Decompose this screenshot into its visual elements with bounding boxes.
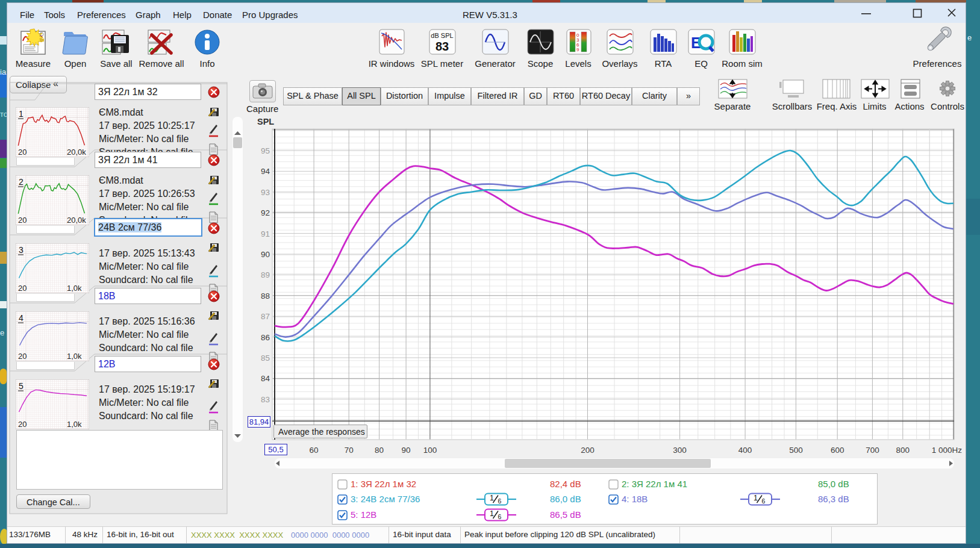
svg-text:91: 91 <box>261 229 270 238</box>
svg-text:83: 83 <box>261 395 270 404</box>
svg-text:95: 95 <box>261 146 270 155</box>
svg-text:600: 600 <box>831 446 844 455</box>
svg-text:85: 85 <box>261 353 270 363</box>
svg-text:1: 1 <box>754 494 758 502</box>
svg-text:89: 89 <box>261 270 270 279</box>
svg-text:86: 86 <box>261 333 270 342</box>
svg-text:90: 90 <box>261 250 270 259</box>
svg-text:400: 400 <box>738 446 752 455</box>
svg-text:92: 92 <box>261 208 270 217</box>
svg-text:80: 80 <box>375 446 384 455</box>
svg-text:50,5: 50,5 <box>268 445 283 454</box>
svg-text:93: 93 <box>261 188 270 197</box>
svg-text:1: 1 <box>490 509 494 518</box>
svg-text:800: 800 <box>896 446 910 455</box>
svg-text:6: 6 <box>762 497 766 505</box>
svg-text:94: 94 <box>261 167 270 176</box>
svg-text:84: 84 <box>261 374 270 383</box>
svg-text:200: 200 <box>581 446 595 455</box>
svg-text:90: 90 <box>402 446 411 455</box>
svg-text:81,94: 81,94 <box>249 417 269 426</box>
svg-text:1: 1 <box>490 494 494 502</box>
svg-text:6: 6 <box>498 513 502 520</box>
svg-text:700: 700 <box>866 446 879 455</box>
svg-text:SPL: SPL <box>257 117 274 126</box>
svg-text:70: 70 <box>345 446 354 455</box>
svg-text:87: 87 <box>261 312 270 321</box>
svg-text:300: 300 <box>673 446 687 455</box>
svg-text:6: 6 <box>498 497 502 505</box>
svg-text:1 000Hz: 1 000Hz <box>932 446 963 455</box>
svg-text:88: 88 <box>261 291 270 300</box>
svg-text:100: 100 <box>423 446 437 455</box>
svg-text:60: 60 <box>310 446 319 455</box>
svg-text:500: 500 <box>789 446 803 455</box>
